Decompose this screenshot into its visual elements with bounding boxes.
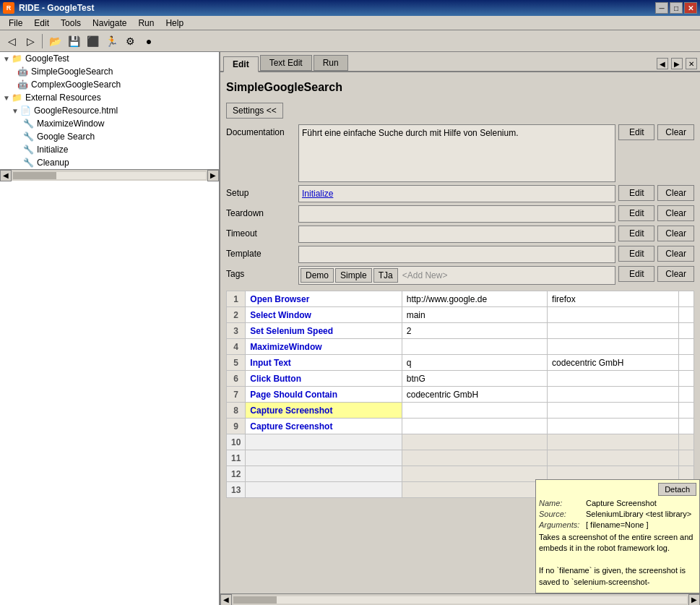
- tags-clear-button[interactable]: Clear: [657, 266, 694, 282]
- teardown-value: [298, 205, 615, 223]
- menu-file[interactable]: File: [3, 17, 28, 30]
- template-row: Template Edit Clear: [226, 246, 694, 263]
- teardown-clear-button[interactable]: Clear: [657, 205, 694, 221]
- setup-clear-button[interactable]: Clear: [657, 185, 694, 201]
- tree-item-external[interactable]: ▼ 📁 External Resources: [0, 91, 219, 104]
- keyword-cell[interactable]: Select Window: [246, 307, 402, 323]
- settings-button[interactable]: Settings <<: [226, 103, 283, 119]
- toolbar-forward[interactable]: ▷: [22, 33, 39, 50]
- toolbar-settings[interactable]: ⚙: [121, 33, 139, 50]
- toolbar-sep1: [42, 34, 43, 48]
- keyword-cell[interactable]: Capture Screenshot: [246, 403, 402, 419]
- row-number: 12: [227, 466, 246, 482]
- toolbar-record[interactable]: ●: [140, 33, 157, 50]
- tree-item-initialize[interactable]: 🔧 Initialize: [0, 143, 219, 156]
- tree-item-cleanup[interactable]: 🔧 Cleanup: [0, 156, 219, 169]
- table-row: 3Set Selenium Speed2: [227, 323, 694, 339]
- toolbar-save[interactable]: 💾: [65, 33, 82, 50]
- robot-icon: 🤖: [17, 66, 28, 77]
- keyword-cell[interactable]: Input Text: [246, 355, 402, 371]
- titlebar-controls: ─ □ ✕: [655, 2, 697, 14]
- tab-run[interactable]: Run: [314, 55, 348, 71]
- keyword-cell[interactable]: [246, 482, 402, 498]
- keyword-cell[interactable]: Click Button: [246, 371, 402, 387]
- template-edit-button[interactable]: Edit: [618, 246, 654, 262]
- tree-item-googletest[interactable]: ▼ 📁 GoogleTest: [0, 52, 219, 65]
- hscroll-left[interactable]: ◀: [0, 170, 12, 181]
- keyword-cell[interactable]: Open Browser: [246, 291, 402, 307]
- tag-add-placeholder[interactable]: <Add New>: [399, 269, 451, 282]
- setup-edit-button[interactable]: Edit: [618, 185, 654, 201]
- maximize-button[interactable]: □: [670, 2, 683, 14]
- main-layout: ▼ 📁 GoogleTest 🤖 SimpleGoogleSearch 🤖 Co…: [0, 52, 700, 605]
- tree-item-googleresource[interactable]: ▼ 📄 GoogleResource.html: [0, 104, 219, 117]
- tree-item-complex[interactable]: 🤖 ComplexGoogleSearch: [0, 78, 219, 91]
- titlebar: R RIDE - GoogleTest ─ □ ✕: [0, 0, 700, 16]
- menu-help[interactable]: Help: [160, 17, 189, 30]
- keyword-cell[interactable]: Page Should Contain: [246, 387, 402, 403]
- toolbar-open[interactable]: 📂: [46, 33, 64, 50]
- hscroll: ◀ ▶: [220, 593, 700, 605]
- tab-text-edit[interactable]: Text Edit: [260, 55, 312, 71]
- toolbar-stop[interactable]: ⬛: [84, 33, 101, 50]
- menu-edit[interactable]: Edit: [28, 17, 55, 30]
- timeout-row: Timeout Edit Clear: [226, 226, 694, 243]
- tree-item-label: External Resources: [25, 93, 101, 103]
- tags-edit-button[interactable]: Edit: [618, 266, 654, 282]
- tag-simple[interactable]: Simple: [335, 268, 372, 283]
- detach-button[interactable]: Detach: [658, 483, 696, 496]
- hscroll-right[interactable]: ▶: [688, 594, 700, 606]
- teardown-edit-button[interactable]: Edit: [618, 205, 654, 221]
- arg-cell: [402, 450, 547, 466]
- setup-value[interactable]: Initialize: [298, 185, 615, 202]
- keyword-cell[interactable]: MaximizeWindow: [246, 339, 402, 355]
- nav-close[interactable]: ✕: [686, 58, 697, 69]
- tag-demo[interactable]: Demo: [301, 268, 334, 283]
- menu-tools[interactable]: Tools: [55, 17, 87, 30]
- keyword-cell[interactable]: [246, 450, 402, 466]
- timeout-clear-button[interactable]: Clear: [657, 226, 694, 241]
- tab-edit[interactable]: Edit: [223, 56, 259, 72]
- kw-icon: 🔧: [23, 158, 34, 168]
- hscroll-left[interactable]: ◀: [220, 594, 232, 606]
- documentation-clear-button[interactable]: Clear: [657, 124, 694, 140]
- tree-item-maximize[interactable]: 🔧 MaximizeWindow: [0, 117, 219, 130]
- template-buttons: Edit Clear: [618, 246, 694, 262]
- close-button[interactable]: ✕: [684, 2, 697, 14]
- documentation-edit-button[interactable]: Edit: [618, 124, 654, 140]
- kw-icon: 🔧: [23, 132, 34, 142]
- table-row: 4MaximizeWindow: [227, 339, 694, 355]
- documentation-value: Führt eine einfache Suche durch mit Hilf…: [298, 124, 615, 182]
- timeout-edit-button[interactable]: Edit: [618, 226, 654, 241]
- hscroll-right[interactable]: ▶: [207, 170, 219, 181]
- tt-args-row: Arguments: [ filename=None ]: [539, 520, 696, 529]
- right-panel: Edit Text Edit Run ◀ ▶ ✕ SimpleGoogleSea…: [220, 52, 700, 605]
- tree-item-simple[interactable]: 🤖 SimpleGoogleSearch: [0, 65, 219, 78]
- hscroll-thumb: [233, 596, 277, 604]
- arg-cell: [678, 387, 693, 403]
- row-number: 5: [227, 355, 246, 371]
- keyword-cell[interactable]: [246, 434, 402, 450]
- keyword-cell[interactable]: Set Selenium Speed: [246, 323, 402, 339]
- arg-cell: [678, 307, 693, 323]
- minimize-button[interactable]: ─: [655, 2, 668, 14]
- table-row: 1Open Browserhttp://www.google.defirefox: [227, 291, 694, 307]
- left-hscroll: ◀ ▶: [0, 169, 219, 181]
- tree-item-label: SimpleGoogleSearch: [31, 66, 113, 77]
- expand-icon: ▼: [3, 94, 12, 102]
- nav-prev[interactable]: ◀: [657, 58, 668, 69]
- tree-item-googlesearch[interactable]: 🔧 Google Search: [0, 130, 219, 143]
- toolbar: ◁ ▷ 📂 💾 ⬛ 🏃 ⚙ ●: [0, 30, 700, 52]
- arg-cell: [548, 323, 679, 339]
- toolbar-back[interactable]: ◁: [3, 33, 20, 50]
- keyword-cell[interactable]: [246, 466, 402, 482]
- template-clear-button[interactable]: Clear: [657, 246, 694, 262]
- toolbar-run[interactable]: 🏃: [103, 33, 120, 50]
- keyword-cell[interactable]: Capture Screenshot: [246, 419, 402, 434]
- menu-navigate[interactable]: Navigate: [87, 17, 132, 30]
- expand-icon: ▼: [3, 55, 12, 63]
- tag-tja[interactable]: TJa: [373, 268, 398, 283]
- nav-next[interactable]: ▶: [671, 58, 683, 69]
- menu-run[interactable]: Run: [132, 17, 160, 30]
- arg-cell: q: [402, 355, 547, 371]
